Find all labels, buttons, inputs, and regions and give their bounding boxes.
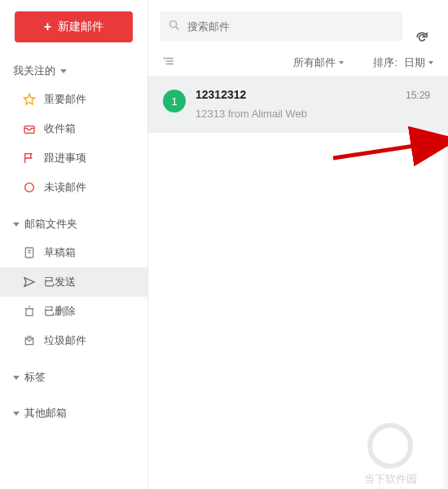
chevron-down-icon — [13, 222, 20, 227]
section-tags-label: 标签 — [24, 370, 46, 385]
chevron-down-icon — [339, 61, 344, 64]
svg-marker-0 — [24, 94, 34, 104]
sidebar-item-important[interactable]: 重要邮件 — [0, 85, 147, 114]
sidebar-item-drafts[interactable]: 草稿箱 — [0, 238, 147, 267]
sort-dropdown[interactable]: 排序: 日期 — [373, 55, 433, 70]
select-toggle-icon[interactable] — [163, 55, 176, 69]
email-time: 15:29 — [406, 90, 430, 101]
svg-line-17 — [333, 140, 448, 158]
plus-icon: + — [44, 20, 51, 34]
chevron-down-icon — [428, 61, 433, 64]
sidebar-item-inbox[interactable]: 收件箱 — [0, 114, 147, 143]
compose-button[interactable]: + 新建邮件 — [15, 11, 133, 42]
sidebar-item-label: 收件箱 — [44, 121, 76, 136]
filter-label: 所有邮件 — [293, 55, 336, 70]
search-bar[interactable] — [160, 11, 402, 41]
sidebar-item-label: 草稿箱 — [44, 245, 76, 260]
section-favorites[interactable]: 我关注的 — [0, 57, 147, 85]
svg-point-2 — [25, 183, 34, 192]
watermark: 当下软件园 www.downxia.com — [337, 423, 443, 489]
search-icon — [168, 19, 181, 34]
sidebar: + 新建邮件 我关注的 重要邮件 收件箱 跟进事项 未读邮件 邮箱文件夹 草稿箱… — [0, 0, 148, 489]
sidebar-item-label: 已删除 — [44, 304, 76, 319]
refresh-icon — [415, 30, 429, 45]
sidebar-item-label: 未读邮件 — [44, 180, 86, 195]
section-tags[interactable]: 标签 — [0, 363, 147, 391]
circle-icon — [23, 181, 36, 194]
spam-icon — [23, 334, 36, 347]
compose-label: 新建邮件 — [58, 20, 103, 34]
filter-dropdown[interactable]: 所有邮件 — [293, 55, 344, 70]
trash-icon — [23, 305, 36, 318]
sent-icon — [23, 275, 36, 289]
sidebar-item-label: 已发送 — [44, 275, 76, 289]
sidebar-item-deleted[interactable]: 已删除 — [0, 297, 147, 326]
email-list-item[interactable]: 1 12312312 12313 from Alimail Web 15:29 — [148, 77, 448, 133]
sidebar-item-unread[interactable]: 未读邮件 — [0, 173, 147, 202]
svg-point-11 — [170, 20, 177, 27]
chevron-down-icon — [13, 376, 20, 380]
sort-value: 日期 — [404, 55, 425, 70]
list-toolbar: 所有邮件 排序: 日期 — [148, 49, 448, 77]
sidebar-item-sent[interactable]: 已发送 — [0, 267, 147, 297]
search-input[interactable] — [187, 20, 394, 33]
sidebar-item-spam[interactable]: 垃圾邮件 — [0, 326, 147, 355]
flag-icon — [23, 152, 36, 165]
sidebar-item-label: 垃圾邮件 — [44, 333, 86, 348]
section-favorites-label: 我关注的 — [13, 64, 55, 78]
sidebar-item-followup[interactable]: 跟进事项 — [0, 143, 147, 173]
section-folders-label: 邮箱文件夹 — [24, 217, 77, 231]
chevron-down-icon — [13, 412, 20, 416]
email-subject: 12312312 — [195, 88, 433, 101]
chevron-down-icon — [60, 69, 67, 73]
inbox-icon — [23, 122, 36, 135]
avatar: 1 — [163, 90, 186, 112]
draft-icon — [23, 246, 36, 259]
watermark-title: 当下软件园 — [337, 472, 443, 487]
section-others-label: 其他邮箱 — [24, 406, 67, 421]
svg-rect-6 — [26, 309, 33, 316]
refresh-button[interactable] — [407, 23, 437, 52]
section-folders[interactable]: 邮箱文件夹 — [0, 210, 147, 238]
email-content: 12312312 12313 from Alimail Web — [195, 88, 433, 120]
watermark-logo-icon — [367, 423, 413, 469]
sidebar-item-label: 跟进事项 — [44, 151, 86, 165]
sidebar-item-label: 重要邮件 — [44, 92, 86, 107]
section-others[interactable]: 其他邮箱 — [0, 399, 147, 427]
sort-prefix: 排序: — [373, 55, 397, 70]
main-pane: 所有邮件 排序: 日期 1 12312312 12313 from Alimai… — [148, 11, 448, 489]
email-preview: 12313 from Alimail Web — [195, 108, 433, 120]
svg-line-12 — [176, 26, 179, 29]
star-icon — [23, 93, 36, 106]
